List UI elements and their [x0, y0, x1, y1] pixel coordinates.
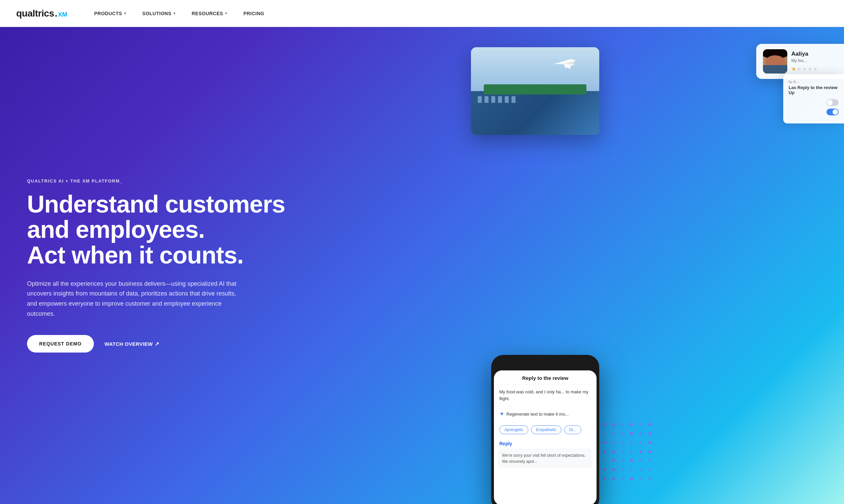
toggle-1[interactable]	[826, 99, 839, 106]
pill-directional[interactable]: Di...	[564, 426, 581, 434]
profile-name: Aaliya	[791, 51, 837, 57]
avatar	[763, 49, 787, 74]
hero-description: Optimize all the experiences your busine…	[27, 279, 243, 319]
terminal-roof	[484, 84, 586, 94]
nav-label-resources: RESOURCES	[192, 11, 223, 16]
toggle-row-1	[789, 99, 839, 106]
hero-content-right: Aaliya My foo... ★ ★ ★ ★ ★ by A... Las R…	[464, 27, 844, 504]
side-panel-by: by A...	[789, 79, 839, 84]
navbar: qualtrics.XM PRODUCTS ▾ SOLUTIONS ▾ RESO…	[0, 0, 844, 27]
nav-links: PRODUCTS ▾ SOLUTIONS ▾ RESOURCES ▾ PRICI…	[94, 11, 264, 16]
hero-title-line3: Act when it counts.	[27, 241, 243, 269]
phone-screen-header: Reply to the review	[494, 371, 597, 384]
star-empty-4: ★	[813, 66, 817, 72]
terminal-building	[471, 91, 599, 135]
side-panel: by A... Las Reply to the review Up	[783, 74, 844, 124]
star-empty-2: ★	[802, 66, 807, 72]
profile-bubble: Aaliya My foo... ★ ★ ★ ★ ★	[756, 44, 844, 79]
logo[interactable]: qualtrics.XM	[16, 8, 67, 19]
hero-title-line2: and employees.	[27, 216, 205, 243]
phone-review-text: My food was cold, and I only ha... to ma…	[494, 384, 597, 406]
hero-title: Understand customers and employees. Act …	[27, 192, 444, 268]
person-face	[763, 49, 787, 74]
phone-notch	[532, 360, 559, 368]
nav-item-resources[interactable]: RESOURCES ▾	[192, 11, 227, 16]
star-rating: ★ ★ ★ ★ ★	[791, 66, 837, 72]
airport-scene	[471, 47, 599, 135]
request-demo-button[interactable]: REQUEST DEMO	[27, 335, 94, 353]
regenerate-text: Regenerate text to make it mo...	[506, 412, 569, 417]
chevron-down-icon: ▾	[174, 11, 176, 16]
chevron-down-icon: ▾	[124, 11, 126, 16]
star-filled-1: ★	[791, 66, 796, 72]
phone-screen: Reply to the review My food was cold, an…	[494, 371, 597, 504]
pill-empathetic[interactable]: Empathetic	[531, 426, 561, 434]
nav-item-pricing[interactable]: PRICING	[243, 11, 264, 16]
profile-preview-text: My foo...	[791, 58, 837, 64]
airport-card	[471, 47, 599, 135]
regenerate-row: ✦ Regenerate text to make it mo...	[494, 406, 597, 422]
nav-label-products: PRODUCTS	[94, 11, 122, 16]
pill-apologetic[interactable]: Apologetic	[499, 426, 528, 434]
phone-mockup: Reply to the review My food was cold, an…	[491, 355, 599, 504]
watch-overview-button[interactable]: WATCH OVERVIEW ↗	[105, 341, 159, 347]
nav-item-products[interactable]: PRODUCTS ▾	[94, 11, 126, 16]
watch-overview-label: WATCH OVERVIEW	[105, 341, 153, 347]
person-jacket	[763, 65, 787, 74]
star-empty-1: ★	[797, 66, 802, 72]
star-empty-3: ★	[808, 66, 812, 72]
hero-cta-group: REQUEST DEMO WATCH OVERVIEW ↗	[27, 335, 444, 353]
ai-sparkle-icon: ✦	[499, 410, 504, 418]
hero-eyebrow: QUALTRICS AI + THE XM PLATFORM_	[27, 178, 444, 183]
reply-text-area[interactable]: We're sorry your visit fell short of exp…	[498, 448, 593, 469]
nav-label-pricing: PRICING	[243, 11, 264, 16]
hero-title-line1: Understand customers	[27, 191, 285, 218]
toggle-row-2	[789, 109, 839, 115]
logo-dot: .	[55, 8, 57, 19]
chevron-down-icon: ▾	[225, 11, 227, 16]
tone-pills-group: Apologetic Empathetic Di...	[494, 422, 597, 437]
reply-label: Reply	[494, 437, 597, 448]
nav-item-solutions[interactable]: SOLUTIONS ▾	[142, 11, 176, 16]
logo-text: qualtrics	[16, 8, 54, 19]
airplane-icon	[552, 57, 579, 71]
nav-label-solutions: SOLUTIONS	[142, 11, 172, 16]
hero-section: (function(){ const dp = document.querySe…	[0, 27, 844, 504]
external-link-icon: ↗	[155, 341, 159, 347]
profile-info: Aaliya My foo... ★ ★ ★ ★ ★	[791, 51, 837, 72]
hero-content-left: QUALTRICS AI + THE XM PLATFORM_ Understa…	[0, 27, 464, 504]
toggle-2[interactable]	[826, 109, 839, 115]
side-panel-reply-label: Las Reply to the review Up	[789, 85, 839, 95]
logo-xm: XM	[58, 11, 67, 18]
